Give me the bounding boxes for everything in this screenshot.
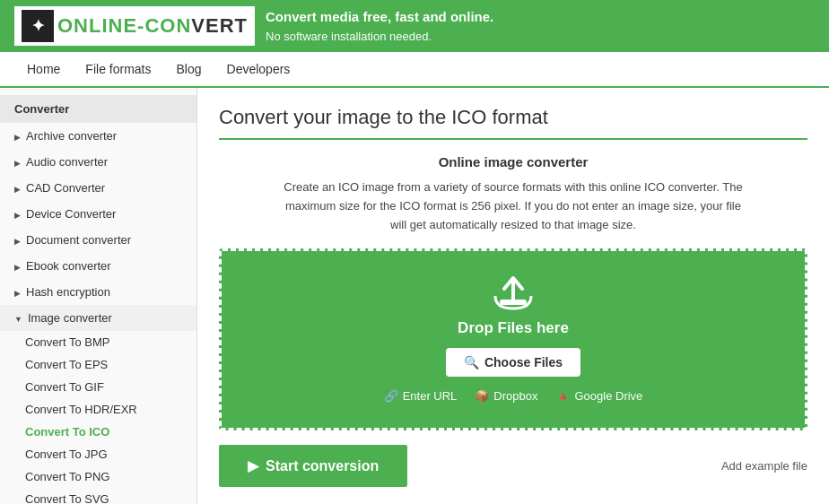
gdrive-action[interactable]: 🔺 Google Drive bbox=[555, 389, 642, 403]
main-content: Convert your image to the ICO format Onl… bbox=[197, 88, 829, 504]
sidebar-subitem-ico[interactable]: Convert To ICO bbox=[0, 421, 196, 443]
arrow-icon bbox=[14, 131, 21, 142]
nav-blog[interactable]: Blog bbox=[163, 53, 214, 85]
arrow-icon bbox=[14, 183, 21, 194]
sidebar-item-audio[interactable]: Audio converter bbox=[0, 149, 196, 175]
sidebar-item-cad[interactable]: CAD Converter bbox=[0, 175, 196, 201]
sidebar-item-archive[interactable]: Archive converter bbox=[0, 123, 196, 149]
sidebar-subitem-gif[interactable]: Convert To GIF bbox=[0, 376, 196, 398]
search-icon: 🔍 bbox=[464, 355, 479, 369]
enter-url-action[interactable]: 🔗 Enter URL bbox=[384, 389, 458, 403]
dropbox-action[interactable]: 📦 Dropbox bbox=[475, 389, 537, 403]
drop-zone[interactable]: Drop Files here 🔍 Choose Files 🔗 Enter U… bbox=[219, 248, 807, 430]
bottom-bar: ▶ Start conversion Add example file bbox=[219, 445, 807, 487]
page-title: Convert your image to the ICO format bbox=[219, 106, 807, 140]
sidebar-item-device[interactable]: Device Converter bbox=[0, 201, 196, 227]
logo[interactable]: ✦ ONLINE-CONVERT bbox=[14, 6, 255, 46]
choose-files-button[interactable]: 🔍 Choose Files bbox=[446, 348, 580, 377]
link-icon: 🔗 bbox=[384, 389, 398, 403]
play-icon: ▶ bbox=[248, 457, 258, 474]
sidebar-subitem-eps[interactable]: Convert To EPS bbox=[0, 353, 196, 376]
sidebar-subitem-bmp[interactable]: Convert To BMP bbox=[0, 331, 196, 353]
drop-label: Drop Files here bbox=[240, 319, 787, 337]
sidebar-subitem-hdr[interactable]: Convert To HDR/EXR bbox=[0, 398, 196, 421]
sidebar-header: Converter bbox=[0, 95, 196, 123]
logo-text: ONLINE-CONVERT bbox=[57, 14, 248, 38]
sidebar-item-hash[interactable]: Hash encryption bbox=[0, 279, 196, 305]
upload-icon bbox=[491, 276, 536, 312]
sidebar-subitem-jpg[interactable]: Convert To JPG bbox=[0, 443, 196, 465]
layout: Converter Archive converter Audio conver… bbox=[0, 88, 829, 504]
sidebar-subitem-png[interactable]: Convert To PNG bbox=[0, 465, 196, 488]
arrow-icon bbox=[14, 287, 21, 298]
arrow-icon bbox=[14, 261, 21, 272]
svg-rect-0 bbox=[500, 300, 527, 305]
arrow-icon bbox=[14, 235, 21, 246]
gdrive-icon: 🔺 bbox=[555, 389, 570, 403]
main-nav: Home File formats Blog Developers bbox=[0, 52, 829, 88]
header: ✦ ONLINE-CONVERT Convert media free, fas… bbox=[0, 0, 829, 52]
sidebar-item-image[interactable]: Image converter bbox=[0, 305, 196, 331]
add-example-link[interactable]: Add example file bbox=[721, 459, 807, 473]
sidebar: Converter Archive converter Audio conver… bbox=[0, 88, 197, 504]
nav-file-formats[interactable]: File formats bbox=[73, 53, 163, 85]
sidebar-subitem-svg[interactable]: Convert To SVG bbox=[0, 488, 196, 504]
arrow-down-icon bbox=[14, 313, 22, 324]
arrow-icon bbox=[14, 209, 21, 220]
logo-icon: ✦ bbox=[22, 10, 54, 42]
nav-home[interactable]: Home bbox=[14, 53, 73, 85]
nav-developers[interactable]: Developers bbox=[214, 53, 303, 85]
converter-section: Online image converter Create an ICO ima… bbox=[219, 154, 807, 487]
header-tagline: Convert media free, fast and online. No … bbox=[266, 7, 493, 45]
converter-subtitle: Online image converter bbox=[219, 154, 807, 169]
sidebar-item-ebook[interactable]: Ebook converter bbox=[0, 253, 196, 279]
dropbox-icon: 📦 bbox=[475, 389, 489, 403]
sidebar-item-document[interactable]: Document converter bbox=[0, 227, 196, 253]
drop-actions: 🔗 Enter URL 📦 Dropbox 🔺 Google Drive bbox=[240, 389, 787, 403]
converter-description: Create an ICO image from a variety of so… bbox=[280, 178, 746, 234]
arrow-icon bbox=[14, 157, 21, 168]
start-conversion-button[interactable]: ▶ Start conversion bbox=[219, 445, 407, 487]
